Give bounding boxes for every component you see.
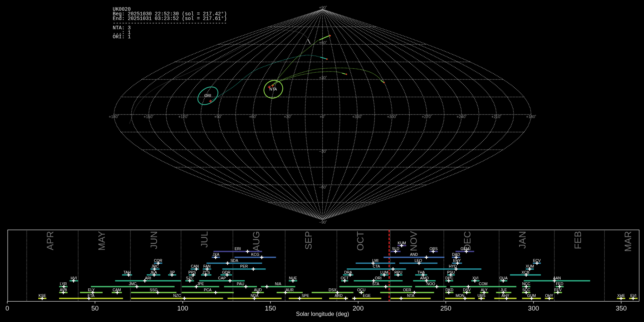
svg-text:−90˚: −90˚ <box>319 220 327 224</box>
svg-text:SZC: SZC <box>186 276 194 280</box>
svg-text:LUM: LUM <box>380 270 388 274</box>
svg-text:SLD: SLD <box>392 247 400 251</box>
svg-text:100: 100 <box>177 304 188 312</box>
svg-text:SEP: SEP <box>303 231 314 250</box>
svg-text:DAD: DAD <box>452 252 460 257</box>
svg-text:JAN: JAN <box>517 231 528 249</box>
svg-text:GUM: GUM <box>527 293 536 298</box>
svg-text:QUA: QUA <box>499 276 508 280</box>
svg-text:EGE: EGE <box>363 293 371 298</box>
svg-text:AND: AND <box>410 252 418 257</box>
svg-text:NCC: NCC <box>522 282 530 286</box>
svg-text:XCB: XCB <box>522 270 530 274</box>
svg-text:NTA: NTA <box>269 87 277 91</box>
svg-text:OCT: OCT <box>341 276 349 280</box>
svg-text:KCG: KCG <box>251 252 259 257</box>
svg-text:CAP: CAP <box>218 276 226 280</box>
svg-text:ORI: 1: ORI: 1 <box>113 34 131 40</box>
svg-text:SCC: SCC <box>522 288 531 292</box>
svg-text:RPU: RPU <box>394 270 402 274</box>
svg-text:AUR: AUR <box>286 288 294 292</box>
svg-text:ECV: ECV <box>533 258 541 263</box>
svg-text:JIP: JIP <box>170 270 175 274</box>
svg-text:MAR: MAR <box>623 231 633 252</box>
svg-text:AVB: AVB <box>60 288 67 292</box>
svg-text:CAN: CAN <box>191 264 199 268</box>
svg-text:FEV: FEV <box>554 288 561 292</box>
svg-text:NUE: NUE <box>289 276 297 280</box>
svg-text:DSV: DSV <box>463 288 471 292</box>
svg-text:TAH: TAH <box>123 270 131 274</box>
svg-text:+270˚: +270˚ <box>422 114 432 119</box>
svg-text:+90˚: +90˚ <box>319 5 327 10</box>
svg-text:ZCS: ZCS <box>203 270 210 274</box>
svg-text:JXA: JXA <box>213 252 219 257</box>
svg-text:0: 0 <box>5 304 9 312</box>
svg-text:Solar longitude (deg): Solar longitude (deg) <box>296 311 349 317</box>
svg-text:AUD: AUD <box>254 288 262 292</box>
svg-text:MAY: MAY <box>96 231 107 250</box>
svg-text:250: 250 <box>440 304 452 312</box>
svg-text:SPE: SPE <box>302 293 309 298</box>
svg-text:XHE: XHE <box>617 293 625 298</box>
svg-text:ORS: ORS <box>430 247 438 251</box>
svg-text:OHY: OHY <box>545 293 553 298</box>
svg-text:+120˚: +120˚ <box>178 114 188 119</box>
svg-text:FEB: FEB <box>572 231 583 249</box>
svg-text:PPS: PPS <box>188 270 196 274</box>
svg-text:350: 350 <box>616 304 627 312</box>
svg-text:50: 50 <box>91 304 99 312</box>
svg-text:JEA: JEA <box>150 270 157 274</box>
svg-text:DKD: DKD <box>445 288 454 292</box>
svg-text:DRA: DRA <box>344 270 352 274</box>
svg-text:JMC: JMC <box>129 282 137 286</box>
svg-text:LMI: LMI <box>372 258 379 263</box>
svg-text:NTA: NTA <box>407 293 414 298</box>
svg-text:PAU: PAU <box>237 282 244 286</box>
svg-text:+240˚: +240˚ <box>457 114 467 119</box>
svg-text:AHY: AHY <box>502 293 509 298</box>
svg-text:URS: URS <box>478 293 486 298</box>
svg-text:+300˚: +300˚ <box>387 114 397 119</box>
svg-text:SSG: SSG <box>150 288 158 292</box>
svg-text:GEM: GEM <box>460 247 469 251</box>
svg-text:+60˚: +60˚ <box>249 114 257 119</box>
svg-text:XVI: XVI <box>472 276 478 280</box>
svg-text:OCU: OCU <box>357 288 365 292</box>
svg-text:COR: COR <box>154 258 162 263</box>
svg-text:OER: OER <box>403 288 411 292</box>
svg-text:+0˚: +0˚ <box>319 114 325 119</box>
svg-text:JUL: JUL <box>199 231 210 248</box>
svg-text:+180˚: +180˚ <box>526 114 536 119</box>
svg-text:ARD: ARD <box>335 293 343 298</box>
svg-text:+180˚: +180˚ <box>109 114 119 119</box>
svg-text:+330˚: +330˚ <box>352 114 362 119</box>
svg-text:NOV: NOV <box>408 231 419 251</box>
svg-text:NOO: NOO <box>426 282 435 286</box>
svg-text:ORI: ORI <box>204 93 211 98</box>
svg-text:JPE: JPE <box>197 282 204 286</box>
svg-text:+210˚: +210˚ <box>491 114 501 119</box>
svg-text:+60˚: +60˚ <box>319 40 327 45</box>
svg-text:PSU: PSU <box>447 270 455 274</box>
svg-text:SDA: SDA <box>230 258 238 263</box>
svg-text:HVI: HVI <box>71 276 77 280</box>
svg-text:EVI: EVI <box>630 293 636 298</box>
svg-text:AUG: AUG <box>251 231 262 251</box>
svg-text:−30˚: −30˚ <box>319 149 327 153</box>
svg-text:JRC: JRC <box>151 264 159 268</box>
svg-text:LEO: LEO <box>415 258 422 263</box>
svg-text:PER: PER <box>240 264 248 268</box>
svg-text:JUN: JUN <box>148 231 159 249</box>
svg-text:+150˚: +150˚ <box>143 114 153 119</box>
svg-text:+90˚: +90˚ <box>214 114 222 119</box>
svg-text:PCA: PCA <box>204 288 212 292</box>
svg-text:JLE: JLE <box>501 288 507 292</box>
svg-text:FTA: FTA <box>88 293 94 298</box>
svg-text:KSE: KSE <box>39 293 46 298</box>
svg-text:COM: COM <box>479 282 488 286</box>
svg-text:150: 150 <box>265 304 276 312</box>
svg-text:NIA: NIA <box>275 282 282 286</box>
svg-text:ALY: ALY <box>481 288 488 292</box>
svg-text:200: 200 <box>353 304 364 312</box>
